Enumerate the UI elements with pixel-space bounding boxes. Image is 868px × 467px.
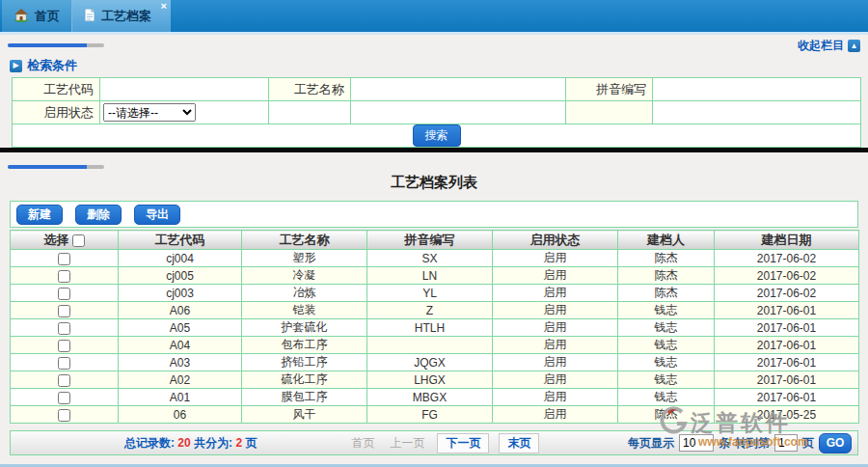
row-status: 启用: [493, 285, 618, 302]
per-page-unit: 条: [719, 435, 730, 452]
row-status: 启用: [493, 319, 618, 337]
row-code-link[interactable]: A04: [119, 337, 242, 354]
export-button[interactable]: 导出: [134, 205, 180, 225]
row-status: 启用: [493, 267, 618, 285]
row-code-link[interactable]: cj004: [119, 250, 242, 267]
table-row: A06 铠装 Z 启用 钱志 2017-06-01: [11, 302, 859, 319]
first-page-link: 首页: [351, 435, 374, 452]
row-checkbox[interactable]: [58, 288, 70, 300]
tab-home-label: 首页: [35, 8, 60, 25]
search-section-header[interactable]: ▶ 检索条件: [10, 57, 868, 74]
goto-page-input[interactable]: [774, 434, 798, 452]
row-pinyin: [367, 337, 493, 354]
per-page-input[interactable]: [679, 434, 714, 452]
row-date: 2017-06-01: [715, 354, 859, 371]
go-button[interactable]: GO: [819, 433, 852, 453]
column-date: 建档日期: [715, 231, 859, 250]
table-row: A05 护套硫化 HTLH 启用 钱志 2017-06-01: [11, 319, 859, 337]
tab-close-icon[interactable]: ×: [161, 1, 167, 12]
row-pinyin: LN: [367, 267, 493, 285]
row-creator: 陈杰: [618, 250, 715, 267]
row-name: 硫化工序: [242, 371, 367, 389]
pinyin-input[interactable]: [653, 80, 860, 99]
row-status: 启用: [493, 250, 618, 267]
section-divider: [0, 148, 868, 152]
pagination-links: 首页 上一页 下一页 末页: [343, 433, 544, 453]
per-page-label: 每页显示: [628, 435, 674, 452]
row-pinyin: HTLH: [367, 319, 493, 337]
search-button[interactable]: 搜索: [413, 124, 461, 147]
row-select-cell: [11, 267, 119, 285]
row-date: 2017-06-01: [715, 302, 859, 319]
process-code-input[interactable]: [100, 80, 268, 99]
row-checkbox[interactable]: [58, 340, 70, 352]
column-pinyin: 拼音编写: [367, 231, 493, 250]
row-checkbox[interactable]: [58, 253, 70, 265]
row-name: 挤铅工序: [242, 354, 367, 371]
status-label: 启用状态: [13, 101, 100, 124]
row-status: 启用: [493, 371, 618, 389]
goto-label: 转到第: [735, 435, 770, 452]
table-row: cj005 冷凝 LN 启用 陈杰 2017-06-02: [11, 267, 859, 285]
next-page-link[interactable]: 下一页: [437, 433, 489, 453]
table-body: cj004 塑形 SX 启用 陈杰 2017-06-02 cj005 冷凝 LN…: [11, 250, 859, 424]
utility-row: 收起栏目 ▲: [0, 35, 868, 54]
search-section-title: 检索条件: [27, 57, 77, 74]
row-code-link[interactable]: A05: [119, 319, 242, 337]
row-select-cell: [11, 250, 119, 267]
status-select[interactable]: --请选择--: [103, 103, 196, 122]
select-all-checkbox[interactable]: [72, 234, 85, 247]
row-checkbox[interactable]: [58, 322, 70, 335]
row-status: 启用: [493, 406, 618, 424]
row-pinyin: Z: [367, 302, 493, 319]
search-conditions-table: 工艺代码 工艺名称 拼音编写 启用状态 --请选择-- 搜索: [12, 77, 861, 148]
tab-process-archive[interactable]: 工艺档案 ×: [72, 0, 171, 32]
row-creator: 陈杰: [618, 267, 715, 285]
last-page-link[interactable]: 末页: [499, 433, 539, 453]
horizontal-scrollbar-list: [8, 165, 104, 169]
row-checkbox[interactable]: [58, 305, 70, 317]
collapse-panel-link[interactable]: 收起栏目 ▲: [798, 38, 860, 54]
row-checkbox[interactable]: [58, 374, 70, 387]
document-icon: [84, 8, 95, 25]
prev-page-link: 上一页: [390, 435, 424, 452]
process-name-input[interactable]: [351, 80, 566, 99]
row-creator: 钱志: [618, 371, 715, 389]
row-code-link[interactable]: cj005: [119, 267, 242, 285]
table-header-row: 选择 工艺代码 工艺名称 拼音编写 启用状态 建档人 建档日期: [11, 231, 859, 250]
delete-button[interactable]: 删除: [75, 205, 122, 225]
row-code-link[interactable]: A02: [119, 371, 242, 389]
total-pages: 2: [235, 436, 242, 450]
tab-process-archive-label: 工艺档案: [101, 8, 151, 25]
new-button[interactable]: 新建: [16, 205, 63, 225]
row-date: 2017-06-01: [715, 389, 859, 406]
row-code-link[interactable]: A06: [119, 302, 242, 319]
row-select-cell: [11, 389, 119, 406]
row-checkbox[interactable]: [58, 409, 70, 422]
row-status: 启用: [493, 337, 618, 354]
row-select-cell: [11, 371, 119, 389]
pinyin-label: 拼音编写: [566, 78, 653, 101]
row-code-link[interactable]: A01: [119, 389, 242, 406]
column-select: 选择: [11, 231, 119, 250]
row-select-cell: [11, 406, 119, 424]
page-size-controls: 每页显示 条 转到第 页 GO: [628, 433, 852, 453]
row-pinyin: LHGX: [367, 371, 493, 389]
row-checkbox[interactable]: [58, 270, 70, 283]
row-date: 2017-05-25: [715, 406, 859, 424]
row-code-link[interactable]: A03: [119, 354, 242, 371]
empty-cell: [268, 101, 350, 124]
row-code-link[interactable]: cj003: [119, 285, 242, 302]
row-date: 2017-06-02: [715, 250, 859, 267]
row-checkbox[interactable]: [58, 357, 70, 370]
row-checkbox[interactable]: [58, 392, 70, 404]
row-pinyin: MBGX: [367, 389, 493, 406]
tab-home[interactable]: 首页: [2, 0, 72, 32]
tab-bar: 首页 工艺档案 ×: [0, 0, 868, 32]
row-code-link[interactable]: 06: [119, 406, 242, 424]
table-row: A02 硫化工序 LHGX 启用 钱志 2017-06-01: [11, 371, 859, 389]
table-row: A03 挤铅工序 JQGX 启用 钱志 2017-06-01: [11, 354, 859, 371]
row-pinyin: SX: [367, 250, 493, 267]
column-creator: 建档人: [618, 231, 715, 250]
row-creator: 钱志: [618, 302, 715, 319]
